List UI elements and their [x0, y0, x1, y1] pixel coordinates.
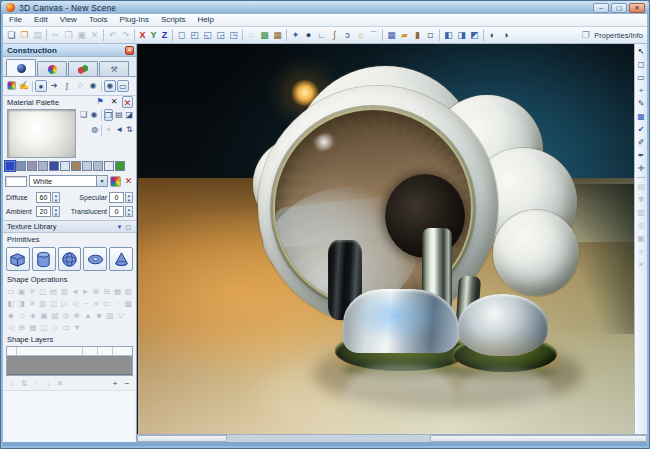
add-point-icon[interactable]: + — [636, 85, 647, 96]
layout-left-icon[interactable]: ◧ — [442, 29, 455, 42]
properties-info-button[interactable]: ❐ Properties/Info — [579, 29, 647, 42]
curve-tool-icon[interactable]: ⌒ — [367, 29, 380, 42]
pencil-tool-icon[interactable]: ✎ — [636, 98, 647, 109]
fill-bucket-icon[interactable]: ◪ — [125, 109, 134, 121]
ink-ball-icon[interactable]: ◉ — [89, 109, 98, 121]
close-button[interactable]: ✕ — [629, 3, 645, 13]
primitive-cone-button[interactable] — [109, 247, 133, 271]
bulb-icon[interactable]: ♢ — [74, 80, 86, 92]
sphere-tool-icon[interactable]: ● — [35, 80, 47, 92]
light-icon[interactable]: ☼ — [354, 29, 367, 42]
render-mode-b-icon[interactable]: ◑ — [499, 29, 512, 42]
viewport-3d[interactable] — [137, 44, 634, 434]
clear-material-icon[interactable]: ✕ — [108, 96, 120, 108]
texture-swatch[interactable] — [49, 161, 59, 171]
marquee-select-icon[interactable]: ◻ — [636, 59, 647, 70]
specular-value[interactable]: 0 — [109, 192, 124, 203]
menu-edit[interactable]: Edit — [28, 14, 54, 26]
construction-panel-titlebar[interactable]: Construction ✕ — [3, 44, 136, 57]
new-material-icon[interactable]: ❏ — [79, 109, 88, 121]
layer-remove-icon[interactable]: − — [122, 379, 132, 388]
list-view-icon[interactable]: ▤ — [114, 109, 123, 121]
primitive-cylinder-button[interactable] — [32, 247, 56, 271]
axis-y-toggle[interactable]: Y — [148, 30, 159, 40]
settings-gear-icon[interactable]: ✺ — [104, 80, 116, 92]
group-icon[interactable]: ▩ — [258, 29, 271, 42]
stack-view-icon[interactable]: ❒ — [104, 109, 114, 121]
menu-scripts[interactable]: Scripts — [155, 14, 191, 26]
current-color-swatch[interactable] — [5, 176, 27, 187]
render-mode-a-icon[interactable]: ◐ — [486, 29, 499, 42]
menu-plugins[interactable]: Plug-Ins — [114, 14, 155, 26]
layer-delete-icon[interactable]: ✕ — [55, 379, 65, 388]
select-cursor-icon[interactable]: ↖ — [636, 46, 647, 57]
library-box-icon[interactable]: ◻ — [124, 223, 133, 231]
minimize-button[interactable]: – — [593, 3, 609, 13]
cut-icon[interactable]: ✂ — [49, 29, 62, 42]
scrollbar-thumb[interactable] — [430, 435, 647, 442]
ungroup-icon[interactable]: ▦ — [271, 29, 284, 42]
eraser-icon[interactable]: ▰ — [398, 29, 411, 42]
open-file-icon[interactable]: ❐ — [18, 29, 31, 42]
mini-box-icon[interactable]: ▫ — [104, 124, 113, 136]
export-shape-icon[interactable]: ➔ — [48, 80, 60, 92]
axis-x-toggle[interactable]: X — [137, 30, 148, 40]
texture-swatch[interactable] — [5, 161, 15, 171]
tab-tools[interactable]: ⚒ — [99, 61, 129, 76]
box-select-icon[interactable]: ▭ — [117, 80, 129, 92]
layer-add-icon[interactable]: + — [110, 379, 120, 388]
hook-tool-icon[interactable]: ↄ — [341, 29, 354, 42]
image-icon[interactable]: ▦ — [385, 29, 398, 42]
menu-help[interactable]: Help — [191, 14, 219, 26]
select-edge-icon[interactable]: ◱ — [201, 29, 214, 42]
filter-flag-icon[interactable]: ⚑ — [94, 96, 106, 108]
texture-swatch[interactable] — [104, 161, 114, 171]
scrollbar-segment[interactable] — [137, 435, 227, 442]
diffuse-value[interactable]: 60 — [36, 192, 51, 203]
texture-paint-icon[interactable]: ▦ — [636, 111, 647, 122]
translucent-value[interactable]: 0 — [109, 206, 124, 217]
layout-quad-icon[interactable]: ◩ — [468, 29, 481, 42]
texture-swatch[interactable] — [71, 161, 81, 171]
texture-swatch[interactable] — [16, 161, 26, 171]
texture-swatch[interactable] — [93, 161, 103, 171]
delete-icon[interactable]: ✕ — [88, 29, 101, 42]
tab-materials[interactable] — [68, 61, 98, 76]
material-preview-sphere[interactable] — [7, 109, 76, 158]
camera-paint-icon[interactable]: ◉ — [87, 80, 99, 92]
layer-fold-icon[interactable]: ⇅ — [19, 379, 29, 388]
select-mode-icon[interactable]: ◻ — [175, 29, 188, 42]
flip-icon[interactable]: ⇅ — [125, 124, 134, 136]
layout-right-icon[interactable]: ◨ — [455, 29, 468, 42]
animation-icon[interactable]: ✦ — [289, 29, 302, 42]
expand-triangle-icon[interactable]: ▾ — [115, 223, 124, 231]
paint-palette-icon[interactable] — [5, 80, 17, 92]
axis-z-toggle[interactable]: Z — [159, 30, 170, 40]
delete-material-icon[interactable]: ✕ — [122, 96, 133, 108]
select-face-icon[interactable]: ◰ — [188, 29, 201, 42]
pan-tool-icon[interactable]: ✛ — [636, 163, 647, 174]
rect-select-icon[interactable]: ▭ — [636, 72, 647, 83]
shape-layer-row[interactable] — [7, 356, 132, 375]
dropdown-arrow-icon[interactable]: ▾ — [96, 176, 107, 186]
redo-icon[interactable]: ↷ — [119, 29, 132, 42]
texture-swatch[interactable] — [38, 161, 48, 171]
eyedropper-icon[interactable]: ✒ — [636, 150, 647, 161]
specular-spinner[interactable]: ▴▾ — [125, 192, 133, 203]
panel-close-button[interactable]: ✕ — [125, 46, 134, 55]
maximize-button[interactable]: ▢ — [611, 3, 627, 13]
texture-swatch[interactable] — [60, 161, 70, 171]
title-bar[interactable]: 3D Canvas - New Scene – ▢ ✕ — [1, 1, 649, 14]
translucent-spinner[interactable]: ▴▾ — [125, 206, 133, 217]
primitive-torus-button[interactable] — [83, 247, 107, 271]
hand-paint-icon[interactable]: ✍ — [18, 80, 30, 92]
copy-icon[interactable]: ❒ — [62, 29, 75, 42]
knife-tool-icon[interactable]: ✐ — [636, 137, 647, 148]
bone-tool-icon[interactable]: ʃ — [328, 29, 341, 42]
texture-swatch[interactable] — [82, 161, 92, 171]
render-sphere-icon[interactable]: ● — [302, 29, 315, 42]
bone-icon[interactable]: ʃ — [61, 80, 73, 92]
horizontal-scrollbar[interactable] — [137, 434, 647, 442]
undo-icon[interactable]: ↶ — [106, 29, 119, 42]
lasso-select-icon[interactable]: ◌ — [245, 29, 258, 42]
